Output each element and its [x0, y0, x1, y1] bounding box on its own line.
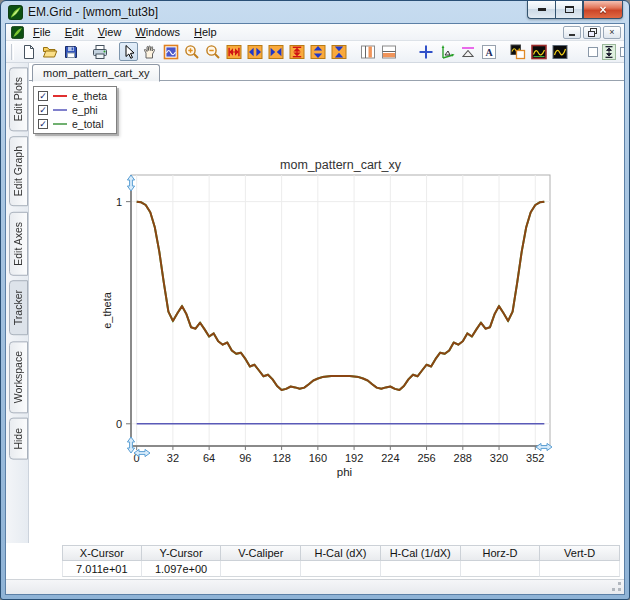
- cursor-col-header: X-Cursor: [62, 545, 142, 561]
- mdi-restore-icon: [588, 28, 597, 37]
- snapshot-button[interactable]: [508, 42, 527, 61]
- mdi-restore-button[interactable]: [583, 26, 601, 39]
- sync-y-left-checkbox[interactable]: [588, 47, 598, 57]
- zoom-in-button[interactable]: [182, 42, 201, 61]
- caliper-icon: [460, 44, 476, 60]
- side-tab-hide[interactable]: Hide: [9, 418, 28, 460]
- text-annotation-icon: A: [481, 44, 497, 60]
- new-file-button[interactable]: [19, 42, 38, 61]
- select-pointer-button[interactable]: [119, 42, 138, 61]
- legend-checkbox-e_theta[interactable]: ✓: [38, 91, 48, 101]
- minimize-button[interactable]: [527, 1, 555, 19]
- print-icon: [92, 44, 108, 60]
- cursor-col-value: [221, 561, 301, 577]
- x-tick-label: 256: [417, 452, 435, 464]
- side-tab-edit-plots[interactable]: Edit Plots: [9, 67, 28, 131]
- x-tick-label: 352: [526, 452, 544, 464]
- side-tab-workspace[interactable]: Workspace: [9, 341, 28, 413]
- full-scale-x-icon: [226, 44, 242, 60]
- x-tick-label: 128: [272, 452, 290, 464]
- cursor-table-value-row: 7.011e+011.097e+00: [62, 561, 620, 577]
- app-logo-icon: [8, 5, 23, 20]
- full-scale-y-button[interactable]: [287, 42, 306, 61]
- maximize-icon: [565, 6, 574, 13]
- resize-grip-icon[interactable]: [612, 582, 622, 592]
- mdi-window-buttons: ×: [563, 26, 624, 39]
- plot-area[interactable]: [131, 175, 550, 446]
- legend-row-e_phi: ✓e_phi: [38, 104, 107, 116]
- window-title: EM.Grid - [wmom_tut3b]: [28, 5, 158, 19]
- zoom-waveform-button[interactable]: [161, 42, 180, 61]
- chart[interactable]: 032649612816019222425628832035201mom_pat…: [29, 81, 624, 543]
- menu-file[interactable]: File: [26, 25, 58, 39]
- graph-style-dark2-button[interactable]: [550, 42, 569, 61]
- pan-button[interactable]: [140, 42, 159, 61]
- legend-line-sample-e_total: [53, 123, 67, 125]
- x-tick-label: 32: [167, 452, 179, 464]
- tracker-axes-icon: [439, 44, 455, 60]
- maximize-button[interactable]: [555, 1, 583, 19]
- menu-edit[interactable]: Edit: [58, 25, 91, 39]
- y-tick-label: 0: [116, 418, 122, 430]
- split-horizontal-icon: [381, 44, 397, 60]
- menu-items: FileEditViewWindowsHelp: [26, 26, 224, 38]
- mdi-close-button[interactable]: ×: [603, 26, 621, 39]
- app-window: EM.Grid - [wmom_tut3b] × FileEditViewWin…: [0, 0, 630, 600]
- caliper-button[interactable]: [458, 42, 477, 61]
- cursor-col-header: H-Cal (dX): [301, 545, 381, 561]
- sync-y-right-checkbox[interactable]: [620, 47, 624, 57]
- legend-label-e_theta: e_theta: [72, 90, 107, 102]
- side-tab-edit-graph[interactable]: Edit Graph: [9, 136, 28, 206]
- zoom-out-button[interactable]: [203, 42, 222, 61]
- text-annotation-button[interactable]: A: [479, 42, 498, 61]
- zoom-out-icon: [205, 44, 221, 60]
- graph-dark-red-border-icon: [531, 44, 547, 60]
- split-vertical-button[interactable]: [358, 42, 377, 61]
- compress-y-button[interactable]: [329, 42, 348, 61]
- open-file-button[interactable]: [40, 42, 59, 61]
- legend-label-e_phi: e_phi: [72, 104, 98, 116]
- side-tab-edit-axes[interactable]: Edit Axes: [9, 212, 28, 276]
- close-button[interactable]: ×: [583, 1, 623, 19]
- menubar: FileEditViewWindowsHelp ×: [6, 24, 624, 41]
- expand-x-button[interactable]: [245, 42, 264, 61]
- cursor-table-header-row: X-CursorY-CursorV-CaliperH-Cal (dX)H-Cal…: [62, 545, 620, 561]
- cursor-col-header: H-Cal (1/dX): [381, 545, 461, 561]
- tracker-axes-button[interactable]: [437, 42, 456, 61]
- full-scale-x-button[interactable]: [224, 42, 243, 61]
- split-horizontal-button[interactable]: [379, 42, 398, 61]
- cursor-cross-button[interactable]: [416, 42, 435, 61]
- titlebar: EM.Grid - [wmom_tut3b] ×: [1, 1, 629, 23]
- side-tab-strip: Edit PlotsEdit GraphEdit AxesTrackerWork…: [6, 63, 29, 543]
- side-tab-tracker[interactable]: Tracker: [9, 280, 28, 335]
- sync-y-button[interactable]: [601, 42, 617, 61]
- y-tick-label: 1: [116, 196, 122, 208]
- legend-checkbox-e_phi[interactable]: ✓: [38, 105, 48, 115]
- zoom-in-icon: [184, 44, 200, 60]
- menu-windows[interactable]: Windows: [128, 25, 187, 39]
- compress-x-icon: [268, 44, 284, 60]
- compress-x-button[interactable]: [266, 42, 285, 61]
- print-button[interactable]: [90, 42, 109, 61]
- x-tick-label: 288: [454, 452, 472, 464]
- mdi-minimize-button[interactable]: [563, 26, 581, 39]
- legend-label-e_total: e_total: [72, 118, 104, 130]
- expand-y-button[interactable]: [308, 42, 327, 61]
- cursor-col-header: Horz-D: [461, 545, 541, 561]
- minimize-icon: [538, 8, 546, 11]
- toolbar: A: [6, 41, 624, 63]
- x-tick-label: 96: [239, 452, 251, 464]
- document-tab[interactable]: mom_pattern_cart_xy: [32, 64, 160, 82]
- svg-text:A: A: [485, 46, 493, 57]
- save-button[interactable]: [61, 42, 80, 61]
- plot-canvas[interactable]: ✓e_theta✓e_phi✓e_total 03264961281601922…: [29, 81, 624, 543]
- menu-help[interactable]: Help: [187, 25, 224, 39]
- menu-view[interactable]: View: [91, 25, 129, 39]
- cursor-col-value: [461, 561, 541, 577]
- content-area: Edit PlotsEdit GraphEdit AxesTrackerWork…: [6, 63, 624, 543]
- graph-style-dark-button[interactable]: [529, 42, 548, 61]
- legend-checkbox-e_total[interactable]: ✓: [38, 119, 48, 129]
- toolbar-grip[interactable]: [11, 44, 14, 60]
- full-scale-y-icon: [289, 44, 305, 60]
- cursor-col-header: V-Caliper: [221, 545, 301, 561]
